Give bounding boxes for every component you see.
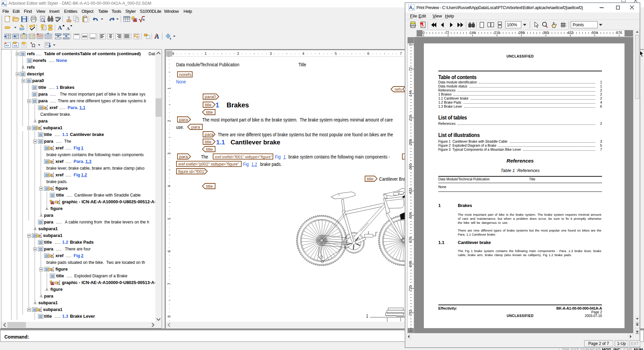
svg-text:para: para [191,125,200,130]
svg-text:A: A [58,25,62,31]
svg-text:title: title [205,139,211,144]
svg-text:A: A [421,24,424,27]
svg-text:A: A [409,5,412,10]
svg-text:792: 792 [409,310,412,316]
svg-text:720: 720 [409,285,412,291]
svg-text:432: 432 [409,188,412,194]
svg-text:360: 360 [409,164,412,169]
svg-text:8: 8 [167,315,171,317]
svg-text:refs: refs [395,87,402,92]
svg-text:xref xrefid="p002" xidtype="fi: xref xrefid="p002" xidtype="figure" [178,162,239,167]
svg-text:title: title [205,102,211,107]
svg-text:para: para [205,132,214,137]
svg-text:648: 648 [409,261,412,267]
svg-text:216: 216 [494,31,500,35]
svg-text:72: 72 [409,67,412,71]
svg-text:2: 2 [167,120,171,122]
svg-text:n: n [143,18,145,22]
svg-text:4: 4 [167,185,171,187]
svg-text:504: 504 [592,31,598,35]
svg-text:title: title [367,176,373,181]
svg-text:6: 6 [167,250,171,252]
svg-text:3: 3 [167,152,171,154]
svg-text:0: 0 [172,51,174,56]
svg-text:title: title [206,147,213,152]
svg-text:7: 7 [400,51,402,56]
svg-text:5: 5 [167,218,171,220]
svg-text:norefs: norefs [179,72,192,77]
svg-text:<>: <> [14,44,17,47]
svg-text:144: 144 [470,31,476,35]
svg-text:1: 1 [205,51,207,56]
svg-text:4: 4 [302,51,304,56]
svg-text:3: 3 [270,51,272,56]
svg-text:72: 72 [445,31,449,35]
svg-text:para0: para0 [205,94,216,99]
svg-text:0: 0 [167,57,171,57]
svg-text:288: 288 [519,31,524,35]
svg-text:7: 7 [167,283,171,285]
svg-text:figure id="f001": figure id="f001" [178,169,206,174]
svg-text:title: title [206,110,213,115]
svg-text:xref xrefid="f001" xidtype="fi: xref xrefid="f001" xidtype="figure" [215,155,272,159]
svg-text:576: 576 [616,31,622,35]
svg-text:0: 0 [423,31,425,35]
svg-text:144: 144 [409,91,412,96]
svg-text:216: 216 [409,115,412,120]
svg-text:Ω: Ω [32,42,35,48]
svg-text:288: 288 [409,139,412,145]
svg-text:1: 1 [167,88,171,90]
svg-text:0: 0 [409,44,412,46]
svg-text:A: A [67,26,70,31]
svg-text:2: 2 [237,51,239,56]
svg-text:para: para [179,154,188,159]
svg-text:360: 360 [543,31,549,35]
svg-text:504: 504 [409,212,412,218]
svg-text:576: 576 [409,237,412,242]
svg-text:<>: <> [5,44,9,47]
svg-text:title: title [206,184,213,189]
svg-text:para: para [179,117,188,122]
svg-text:6: 6 [367,51,369,56]
svg-text:432: 432 [568,31,573,35]
svg-text:5: 5 [335,51,337,56]
